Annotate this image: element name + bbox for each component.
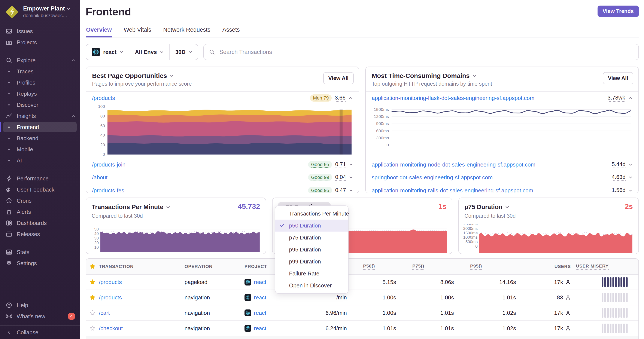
star-outline-icon[interactable] xyxy=(86,325,99,331)
sidebar-collapse-button[interactable]: Collapse xyxy=(0,325,80,337)
view-all-button[interactable]: View All xyxy=(603,72,633,84)
sidebar-item-mobile[interactable]: Mobile xyxy=(0,144,80,155)
project-cell[interactable]: react xyxy=(244,325,309,332)
star-filled-icon[interactable] xyxy=(86,279,99,285)
chevron-down-icon[interactable] xyxy=(628,175,632,179)
sidebar-item-alerts[interactable]: Alerts xyxy=(0,206,80,217)
sidebar-item-profiles[interactable]: Profiles xyxy=(0,77,80,88)
page-opportunity-row[interactable]: /products-fesGood 950.47 xyxy=(86,184,359,193)
chevron-up-icon[interactable] xyxy=(628,96,632,100)
chevron-up-icon[interactable] xyxy=(348,96,353,100)
panel-subtitle: Pages to improve your performance score xyxy=(92,81,353,87)
chevron-down-icon[interactable] xyxy=(349,175,353,179)
page-row-expanded[interactable]: /products Meh 79 3.66 xyxy=(86,92,359,104)
row-link[interactable]: application-monitoring-rails-dot-sales-e… xyxy=(372,187,533,193)
sidebar-item-traces[interactable]: Traces xyxy=(0,66,80,77)
tab-network-requests[interactable]: Network Requests xyxy=(163,25,211,37)
sidebar-item-crons[interactable]: Crons xyxy=(0,195,80,206)
chevron-down-icon[interactable] xyxy=(628,163,632,167)
megaphone-icon xyxy=(6,186,12,193)
transaction-link[interactable]: /checkout xyxy=(99,325,123,332)
row-link[interactable]: /products-fes xyxy=(92,187,124,193)
star-outline-icon[interactable] xyxy=(86,310,99,316)
comparison-subtitle: Compared to last 30d xyxy=(86,212,266,219)
sidebar-item-user-feedback[interactable]: User Feedback xyxy=(0,184,80,195)
transaction-link[interactable]: /products xyxy=(92,95,115,101)
menu-item-open-in-discover[interactable]: Open in Discover xyxy=(275,280,348,292)
column-header-p95-[interactable]: P95() xyxy=(456,264,518,270)
sidebar-item-dashboards[interactable]: Dashboards xyxy=(0,217,80,229)
sidebar-item-insights[interactable]: Insights xyxy=(0,110,80,122)
table-row[interactable]: /cartnavigationreact6.96/min1.00s1.01s1.… xyxy=(86,305,638,321)
project-cell[interactable]: react xyxy=(244,294,309,301)
tab-web-vitals[interactable]: Web Vitals xyxy=(123,25,152,37)
column-header-p75-[interactable]: P75() xyxy=(398,264,456,270)
domain-row[interactable]: springboot-dot-sales-engineering-sf.apps… xyxy=(366,171,638,184)
column-header-star[interactable] xyxy=(86,264,99,270)
svg-text:1500ms: 1500ms xyxy=(374,107,389,112)
menu-item-p99-duration[interactable]: p99 Duration xyxy=(275,256,348,268)
column-header-p50-[interactable]: P50() xyxy=(348,264,398,270)
domain-row[interactable]: application-monitoring-node-dot-sales-en… xyxy=(366,158,638,171)
page-opportunity-row[interactable]: /products-joinGood 950.71 xyxy=(86,158,359,171)
sidebar-item-discover[interactable]: Discover xyxy=(0,99,80,110)
sidebar-item-releases[interactable]: Releases xyxy=(0,229,80,240)
tpm-metric-dropdown[interactable]: Transactions Per Minute xyxy=(92,202,170,212)
table-row[interactable]: /products-joinpageloadreact3.88/min1.50s… xyxy=(86,336,638,339)
environment-filter[interactable]: All Envs xyxy=(129,44,169,60)
search-transactions-input[interactable] xyxy=(218,48,633,56)
date-range-filter[interactable]: 30D xyxy=(169,44,198,60)
best-pages-title-dropdown[interactable]: Best Page Opportunities xyxy=(92,72,353,79)
sidebar-item-performance[interactable]: Performance xyxy=(0,173,80,184)
column-header-users[interactable]: USERS xyxy=(518,264,571,269)
org-switcher[interactable]: Empower Plant dominik.buszowiec… xyxy=(0,0,80,23)
column-header-operation[interactable]: OPERATION xyxy=(184,264,244,269)
menu-item-transactions-per-minute[interactable]: Transactions Per Minute xyxy=(275,208,348,220)
row-link[interactable]: springboot-dot-sales-engineering-sf.apps… xyxy=(372,174,493,181)
domain-row-expanded[interactable]: application-monitoring-flask-dot-sales-e… xyxy=(366,92,638,104)
sidebar-item-projects[interactable]: Projects xyxy=(0,37,80,48)
view-all-button[interactable]: View All xyxy=(323,72,354,84)
project-filter[interactable]: react xyxy=(86,44,129,60)
page-title: Frontend xyxy=(86,5,131,18)
chevron-down-icon[interactable] xyxy=(628,189,632,192)
row-link[interactable]: application-monitoring-node-dot-sales-en… xyxy=(372,161,536,168)
sidebar-item-what-s-new[interactable]: What's new4 xyxy=(0,311,80,322)
menu-item-p50-duration[interactable]: p50 Duration xyxy=(275,220,348,232)
sidebar-item-ai[interactable]: AI xyxy=(0,155,80,166)
menu-item-failure-rate[interactable]: Failure Rate xyxy=(275,268,348,280)
sidebar-item-frontend[interactable]: Frontend xyxy=(0,122,80,133)
sidebar-item-settings[interactable]: Settings xyxy=(0,258,80,269)
domains-title-dropdown[interactable]: Most Time-Consuming Domains xyxy=(372,72,632,79)
domain-link[interactable]: application-monitoring-flask-dot-sales-e… xyxy=(372,95,534,101)
svg-text:500ms: 500ms xyxy=(466,240,478,244)
sidebar-item-issues[interactable]: Issues xyxy=(0,26,80,37)
tab-assets[interactable]: Assets xyxy=(222,25,240,37)
sidebar-item-stats[interactable]: Stats xyxy=(0,247,80,258)
table-row[interactable]: /checkoutnavigationreact6.24/min1.01s1.0… xyxy=(86,321,638,336)
project-cell[interactable]: react xyxy=(244,310,309,316)
column-header-user-misery[interactable]: USER MISERY xyxy=(571,264,638,270)
domain-row[interactable]: application-monitoring-rails-dot-sales-e… xyxy=(366,184,638,193)
menu-item-p95-duration[interactable]: p95 Duration xyxy=(275,244,348,256)
sidebar-item-replays[interactable]: Replays xyxy=(0,88,80,99)
tab-overview[interactable]: Overview xyxy=(86,25,112,37)
p75-metric-dropdown[interactable]: p75 Duration xyxy=(464,202,509,212)
sidebar-item-help[interactable]: Help xyxy=(0,300,80,311)
column-header-transaction[interactable]: TRANSACTION xyxy=(99,264,184,269)
row-link[interactable]: /products-join xyxy=(92,161,126,168)
chevron-down-icon[interactable] xyxy=(349,189,353,192)
page-opportunity-row[interactable]: /aboutGood 990.04 xyxy=(86,171,359,184)
star-filled-icon[interactable] xyxy=(86,295,99,301)
chevron-down-icon[interactable] xyxy=(349,163,353,167)
transaction-link[interactable]: /products xyxy=(99,294,122,301)
sidebar-item-explore[interactable]: Explore xyxy=(0,55,80,66)
transaction-link[interactable]: /products xyxy=(99,279,122,285)
menu-item-p75-duration[interactable]: p75 Duration xyxy=(275,232,348,244)
row-link[interactable]: /about xyxy=(92,174,108,181)
table-row[interactable]: /productspageloadreact/min5.15s8.06s14.1… xyxy=(86,275,638,290)
view-trends-button[interactable]: View Trends xyxy=(598,5,639,17)
table-row[interactable]: /productsnavigationreact/min1.00s1.00s1.… xyxy=(86,290,638,305)
sidebar-item-backend[interactable]: Backend xyxy=(0,133,80,144)
transaction-link[interactable]: /cart xyxy=(99,310,110,316)
